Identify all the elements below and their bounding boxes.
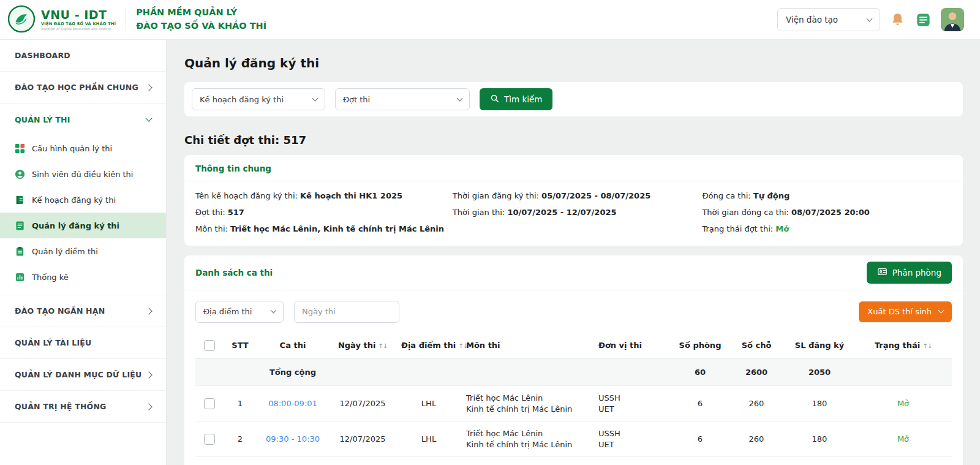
sessions-card: Danh sách ca thi Phân phòng Địa: [184, 255, 963, 465]
row-checkbox[interactable]: [204, 434, 215, 445]
chevron-down-icon: [457, 95, 463, 101]
sidebar-item-quan-ly-tai-lieu[interactable]: QUẢN LÝ TÀI LIỆU: [0, 327, 166, 359]
status-badge: Mở: [775, 224, 789, 233]
exam-sessions-table: STT Ca thi Ngày thi↑↓ Địa điểm thi↑↓ Môn…: [195, 333, 952, 465]
sidebar-item-dashboard[interactable]: DASHBOARD: [0, 40, 166, 72]
app-title-line2: ĐÀO TẠO SỐ VÀ KHẢO THÍ: [136, 20, 266, 33]
select-all-checkbox[interactable]: [204, 340, 215, 351]
sidebar-item-dao-tao-ngan-han[interactable]: ĐÀO TẠO NGẮN HẠN: [0, 295, 166, 327]
status-badge: Mở: [897, 434, 909, 444]
info-close-time: Thời gian đóng ca thi: 08/07/2025 20:00: [702, 207, 952, 219]
chevron-down-icon: [938, 308, 944, 314]
session-row: 2 09:30 - 10:30 12/07/2025 LHL Triết học…: [195, 422, 952, 457]
status-badge: Mở: [897, 399, 909, 408]
info-registration-period: Thời gian đăng ký thi: 05/07/2025 - 08/0…: [453, 191, 703, 202]
brand-text: VNU - IDT VIỆN ĐÀO TẠO SỐ VÀ KHẢO THÍ In…: [41, 9, 116, 31]
session-row: 1 08:00-09:01 12/07/2025 LHL Triết học M…: [195, 386, 952, 422]
chevron-down-icon: [145, 115, 152, 121]
total-so-phong: 60: [672, 358, 728, 386]
main-content: Quản lý đăng ký thi Kế hoạch đăng ký thi…: [167, 40, 980, 465]
sidebar: DASHBOARD ĐÀO TẠO HỌC PHẦN CHUNG QUẢN LÝ…: [0, 40, 167, 465]
info-plan-name: Tên kế hoạch đăng ký thi: Kế hoạch thi H…: [195, 191, 453, 202]
info-close-mode: Đóng ca thi: Tự động: [702, 191, 952, 202]
app-title-line1: PHẦN MỀM QUẢN LÝ: [136, 6, 266, 20]
column-header-trang-thai[interactable]: Trạng thái↑↓: [854, 333, 952, 359]
sidebar-item-cau-hinh-quan-ly-thi[interactable]: Cấu hình quản lý thi: [0, 135, 166, 161]
assign-rooms-button[interactable]: Phân phòng: [867, 262, 952, 284]
vnu-idt-emblem-icon: [7, 5, 36, 35]
chevron-right-icon: [145, 371, 152, 378]
chevron-right-icon: [145, 84, 152, 91]
exam-date-input[interactable]: [294, 301, 399, 323]
exam-register-icon: [15, 221, 25, 231]
sessions-table-wrap: STT Ca thi Ngày thi↑↓ Địa điểm thi↑↓ Môn…: [184, 331, 963, 465]
column-header-ca-thi: Ca thi: [257, 333, 329, 359]
sort-icon: ↑↓: [922, 342, 932, 349]
plan-select[interactable]: Kế hoạch đăng ký thi: [192, 88, 325, 110]
header-actions: Viện đào tạo: [777, 8, 964, 31]
unit-select[interactable]: Viện đào tạo: [777, 8, 880, 31]
chevron-down-icon: [312, 95, 318, 101]
sidebar-item-ke-hoach-dang-ky-thi[interactable]: Kế hoạch đăng ký thi: [0, 187, 166, 213]
sessions-filter-row: Địa điểm thi Xuất DS thí sinh: [184, 290, 963, 331]
info-subjects: Môn thi: Triết học Mác Lênin, Kinh tế ch…: [195, 224, 453, 235]
exam-plan-book-icon: [15, 195, 25, 205]
header-vertical-divider: [126, 9, 126, 31]
chevron-right-icon: [145, 308, 152, 314]
sessions-header: Danh sách ca thi Phân phòng: [184, 255, 963, 290]
sidebar-item-thong-ke[interactable]: Thống kê: [0, 264, 166, 290]
notification-bell-icon[interactable]: [889, 12, 906, 28]
app-title: PHẦN MỀM QUẢN LÝ ĐÀO TẠO SỐ VÀ KHẢO THÍ: [136, 6, 266, 33]
general-info-body: Tên kế hoạch đăng ký thi: Kế hoạch thi H…: [184, 181, 963, 246]
sidebar-item-quan-ly-diem-thi[interactable]: Quản lý điểm thi: [0, 238, 166, 264]
session-time-link[interactable]: 08:00-09:01: [268, 399, 317, 408]
sort-icon: ↑↓: [378, 342, 387, 349]
brand-subtitle: VIỆN ĐÀO TẠO SỐ VÀ KHẢO THÍ: [41, 22, 116, 27]
sidebar-item-sinh-vien-du-dieu-kien-thi[interactable]: Sinh viên đủ điều kiện thi: [0, 161, 166, 187]
room-card-icon: [877, 267, 888, 279]
top-header: VNU - IDT VIỆN ĐÀO TẠO SỐ VÀ KHẢO THÍ In…: [0, 0, 980, 40]
exam-config-icon: [15, 143, 25, 154]
sidebar-item-dao-tao-hoc-phan-chung[interactable]: ĐÀO TẠO HỌC PHẦN CHUNG: [0, 72, 166, 104]
detail-heading: Chi tiết đợt thi: 517: [184, 134, 963, 146]
batch-select-value: Đợt thi: [343, 95, 370, 104]
column-header-so-phong: Số phòng: [672, 333, 728, 359]
session-time-link[interactable]: 09:30 - 10:30: [266, 434, 320, 444]
sidebar-item-quan-ly-dang-ky-thi[interactable]: Quản lý đăng ký thi: [0, 213, 166, 238]
general-info-card: Thông tin chung Tên kế hoạch đăng ký thi…: [184, 155, 963, 246]
location-select-value: Địa điểm thi: [203, 307, 252, 316]
general-info-title: Thông tin chung: [195, 164, 271, 173]
quan-ly-thi-submenu: Cấu hình quản lý thi Sinh viên đủ điều k…: [0, 135, 166, 295]
column-header-stt: STT: [224, 333, 257, 359]
sidebar-item-quan-ly-thi[interactable]: QUẢN LÝ THI: [0, 104, 166, 135]
info-exam-period: Thời gian thi: 10/07/2025 - 12/07/2025: [453, 207, 703, 219]
unit-select-value: Viện đào tạo: [786, 15, 838, 25]
score-clipboard-icon: [15, 246, 25, 257]
chevron-right-icon: [145, 403, 152, 410]
total-label: Tổng cộng: [257, 358, 329, 386]
search-button[interactable]: Tìm kiếm: [480, 88, 552, 110]
export-students-button[interactable]: Xuất DS thí sinh: [859, 301, 952, 322]
chevron-down-icon: [867, 15, 873, 21]
location-select[interactable]: Địa điểm thi: [195, 301, 284, 323]
brand-name: VNU - IDT: [41, 9, 116, 22]
batch-select[interactable]: Đợt thi: [335, 88, 470, 110]
sidebar-item-quan-tri-he-thong[interactable]: QUẢN TRỊ HỆ THỐNG: [0, 391, 166, 423]
sidebar-item-quan-ly-danh-muc-du-lieu[interactable]: QUẢN LÝ DANH MỤC DỮ LIỆU: [0, 359, 166, 391]
row-checkbox[interactable]: [204, 398, 215, 409]
brand-subtitle-en: Institute of Digital Education and Testi…: [41, 27, 116, 31]
column-header-sl-dang-ky: SL đăng ký: [785, 333, 854, 359]
search-filter-bar: Kế hoạch đăng ký thi Đợt thi Tìm kiếm: [184, 82, 963, 116]
guide-list-icon[interactable]: [915, 12, 932, 28]
user-avatar[interactable]: [941, 8, 964, 31]
session-row: 3 11:00 - 12:00 12/07/2025 TKT Triết học…: [195, 457, 952, 465]
table-header-row: STT Ca thi Ngày thi↑↓ Địa điểm thi↑↓ Môn…: [195, 333, 952, 359]
column-header-ngay-thi[interactable]: Ngày thi↑↓: [329, 333, 396, 359]
search-icon: [490, 94, 499, 105]
column-header-don-vi-thi: Đơn vị thi: [594, 333, 672, 359]
column-header-mon-thi: Môn thi: [461, 333, 594, 359]
column-header-dia-diem-thi[interactable]: Địa điểm thi↑↓: [396, 333, 461, 359]
statistics-chart-icon: [15, 272, 25, 282]
plan-select-value: Kế hoạch đăng ký thi: [200, 95, 284, 104]
brand-logo[interactable]: VNU - IDT VIỆN ĐÀO TẠO SỐ VÀ KHẢO THÍ In…: [7, 5, 116, 35]
